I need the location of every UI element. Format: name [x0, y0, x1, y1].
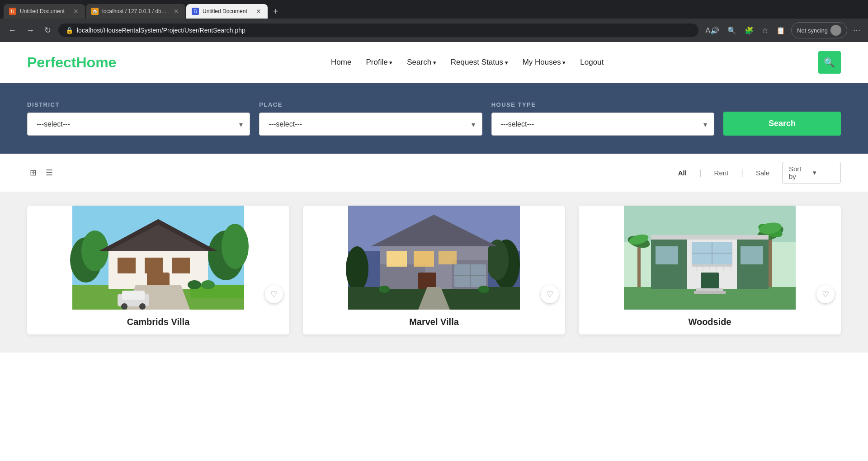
house-card-image-3: ♡	[579, 206, 841, 310]
house-card-title-2: Marvel Villa	[312, 317, 556, 327]
house-card-title-1: Cambrids Villa	[36, 317, 280, 327]
wishlist-button-2[interactable]: ♡	[541, 285, 559, 303]
svg-rect-68	[656, 246, 678, 264]
wishlist-button-3[interactable]: ♡	[816, 285, 835, 303]
nav-item-search[interactable]: Search	[407, 58, 436, 67]
address-bar[interactable]: 🔒 localhost/HouseRentalSystem/Project/Us…	[58, 24, 698, 37]
svg-point-40	[478, 286, 489, 293]
menu-button[interactable]: ⋯	[851, 24, 863, 37]
browser-tab-2[interactable]: 🏠 localhost / 127.0.0.1 / db_house... ✕	[86, 4, 185, 19]
svg-rect-11	[172, 258, 190, 273]
nav-item-logout[interactable]: Logout	[580, 58, 604, 67]
houses-section: ♡ Cambrids Villa	[0, 192, 868, 353]
address-text: localhost/HouseRentalSystem/Project/User…	[77, 27, 245, 34]
nav-link-profile[interactable]: Profile	[366, 58, 392, 66]
tab-close-3[interactable]: ✕	[255, 8, 262, 15]
place-select-wrapper: ---select---	[259, 113, 482, 136]
browser-toolbar: ← → ↻ 🔒 localhost/HouseRentalSystem/Proj…	[0, 19, 868, 42]
collections-button[interactable]: 📋	[774, 24, 788, 37]
nav-link-search[interactable]: Search	[407, 58, 436, 66]
grid-view-button[interactable]: ⊞	[27, 166, 39, 179]
tab-close-1[interactable]: ✕	[72, 8, 80, 15]
tab-favicon-1: U	[9, 8, 16, 15]
place-field: PLACE ---select---	[259, 101, 482, 136]
navbar-search-button[interactable]: 🔍	[818, 51, 841, 74]
filter-tab-sale[interactable]: Sale	[752, 167, 773, 179]
nav-link-home[interactable]: Home	[331, 58, 351, 66]
tab-close-2[interactable]: ✕	[173, 8, 180, 15]
new-tab-button[interactable]: +	[269, 5, 283, 19]
svg-point-39	[379, 286, 390, 293]
svg-point-16	[121, 303, 127, 310]
lock-icon: 🔒	[66, 27, 73, 34]
view-toggles: ⊞ ☰	[27, 166, 56, 179]
filter-divider-1: |	[699, 168, 702, 178]
reload-button[interactable]: ↻	[42, 24, 54, 37]
house-card-image-1: ♡	[27, 206, 289, 310]
svg-rect-67	[651, 235, 769, 240]
svg-rect-47	[637, 242, 641, 287]
filter-tab-all[interactable]: All	[675, 167, 690, 179]
nav-item-my-houses[interactable]: My Houses	[523, 58, 566, 67]
tab-title-1: Untitled Document	[20, 8, 69, 14]
brand-black: Perfect	[27, 54, 76, 71]
navbar: PerfectHome Home Profile Search Request …	[0, 42, 868, 83]
zoom-button[interactable]: 🔍	[725, 24, 739, 37]
favorites-button[interactable]: ☆	[760, 24, 770, 37]
house-image-svg-3	[579, 206, 841, 310]
house-image-svg-1	[27, 206, 289, 310]
heart-icon-3: ♡	[822, 289, 829, 299]
svg-rect-35	[414, 251, 434, 267]
district-select-wrapper: ---select---	[27, 113, 250, 136]
read-aloud-button[interactable]: A🔊	[703, 24, 722, 37]
filter-tab-rent[interactable]: Rent	[711, 167, 732, 179]
house-type-select[interactable]: ---select---	[491, 113, 714, 136]
sort-dropdown[interactable]: Sort by ▾	[782, 162, 841, 183]
profile-avatar-icon	[830, 25, 841, 36]
nav-item-profile[interactable]: Profile	[366, 58, 392, 67]
back-button[interactable]: ←	[5, 24, 19, 37]
house-card-3: ♡ Woodside	[579, 206, 841, 334]
nav-link-request-status[interactable]: Request Status	[451, 58, 508, 66]
filter-right: All | Rent | Sale Sort by ▾	[675, 162, 841, 183]
house-card-2: ♡ Marvel Villa	[303, 206, 565, 334]
brand-green: Home	[76, 54, 117, 71]
browser-chrome: U Untitled Document ✕ 🏠 localhost / 127.…	[0, 0, 868, 42]
svg-rect-57	[692, 264, 732, 267]
houses-grid: ♡ Cambrids Villa	[27, 206, 841, 334]
house-card-body-3: Woodside	[579, 310, 841, 334]
house-type-field: HOUSE TYPE ---select---	[491, 101, 714, 136]
place-label: PLACE	[259, 101, 482, 108]
wishlist-button-1[interactable]: ♡	[265, 285, 283, 303]
not-syncing-label: Not syncing	[797, 27, 828, 34]
browser-tab-1[interactable]: U Untitled Document ✕	[4, 4, 85, 19]
svg-point-4	[222, 224, 249, 269]
browser-tab-3[interactable]: B Untitled Document ✕	[186, 4, 268, 19]
svg-rect-10	[145, 258, 163, 273]
district-select[interactable]: ---select---	[27, 113, 250, 136]
nav-link-my-houses[interactable]: My Houses	[523, 58, 566, 66]
svg-point-20	[201, 280, 215, 289]
list-view-button[interactable]: ☰	[43, 166, 56, 179]
search-form: DISTRICT ---select--- PLACE ---select---…	[27, 101, 841, 136]
filter-divider-2: |	[741, 168, 743, 178]
svg-rect-37	[418, 273, 436, 289]
tab-title-3: Untitled Document	[203, 8, 251, 14]
forward-button[interactable]: →	[24, 24, 37, 37]
nav-item-home[interactable]: Home	[331, 58, 351, 67]
heart-icon-2: ♡	[546, 289, 553, 299]
house-card-body-1: Cambrids Villa	[27, 310, 289, 334]
house-image-svg-2	[303, 206, 565, 310]
house-type-label: HOUSE TYPE	[491, 101, 714, 108]
place-select[interactable]: ---select---	[259, 113, 482, 136]
tab-favicon-3: B	[192, 8, 199, 15]
svg-rect-66	[694, 291, 726, 294]
nav-item-request-status[interactable]: Request Status	[451, 58, 508, 67]
search-button[interactable]: Search	[723, 112, 841, 136]
svg-rect-36	[439, 251, 457, 264]
nav-link-logout[interactable]: Logout	[580, 58, 604, 66]
svg-rect-34	[387, 251, 407, 267]
not-syncing-button[interactable]: Not syncing	[791, 22, 847, 38]
sort-label: Sort by	[789, 165, 810, 180]
extensions-button[interactable]: 🧩	[742, 24, 756, 37]
